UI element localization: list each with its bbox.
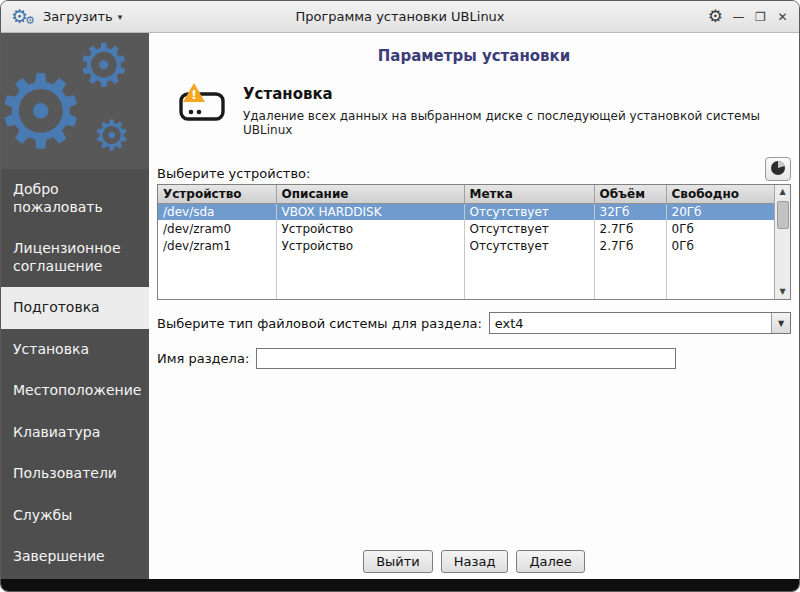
filesystem-label: Выберите тип файловой системы для раздел… — [157, 316, 482, 331]
close-button[interactable]: ✕ — [776, 11, 789, 23]
table-header-row: Устройство Описание Метка Объём Свободно — [158, 185, 778, 203]
titlebar: ⚙⚙ Загрузить ▾ Программа установки UBLin… — [1, 1, 799, 33]
disk-warning-icon: ! — [177, 81, 227, 131]
partition-name-input[interactable] — [256, 348, 676, 369]
main-content: Параметры установки ! Установка Удаление… — [149, 33, 799, 579]
cell-size: 2.7Гб — [594, 237, 666, 254]
cell-device: /dev/zram1 — [158, 237, 276, 254]
section-subtitle: Удаление всех данных на выбранном диске … — [243, 109, 791, 137]
table-row[interactable]: /dev/sda VBOX HARDDISK Отсутствует 32Гб … — [158, 203, 778, 220]
table-scrollbar[interactable]: ▲ ▼ — [774, 185, 790, 299]
cell-free: 0Гб — [666, 237, 778, 254]
cell-label: Отсутствует — [464, 220, 594, 237]
load-button[interactable]: Загрузить ▾ — [43, 9, 122, 24]
cell-description: VBOX HARDDISK — [276, 203, 464, 220]
sidebar-item-preparation[interactable]: Подготовка — [1, 287, 149, 329]
col-header-free[interactable]: Свободно — [666, 185, 778, 203]
cell-free: 20Гб — [666, 203, 778, 220]
filesystem-selected-value: ext4 — [490, 316, 771, 331]
cell-description: Устройство — [276, 237, 464, 254]
gear-icon: ⚙ — [93, 115, 131, 157]
sidebar-item-location[interactable]: Местоположение — [1, 370, 149, 412]
bottom-bar — [1, 579, 799, 591]
gear-icon: ⚙ — [77, 35, 131, 95]
gear-icon: ⚙ — [1, 61, 86, 163]
cell-label: Отсутствует — [464, 237, 594, 254]
sidebar-item-services[interactable]: Службы — [1, 495, 149, 537]
back-button[interactable]: Назад — [441, 550, 509, 573]
scroll-down-icon[interactable]: ▼ — [779, 285, 785, 299]
partition-name-label: Имя раздела: — [157, 351, 249, 366]
exit-button[interactable]: Выйти — [363, 550, 433, 573]
installer-window: ⚙⚙ Загрузить ▾ Программа установки UBLin… — [0, 0, 800, 592]
section-title: Установка — [243, 85, 791, 103]
table-empty-area — [158, 254, 778, 299]
sidebar-item-welcome[interactable]: Добро пожаловать — [1, 169, 149, 228]
cell-device: /dev/sda — [158, 203, 276, 220]
pie-chart-icon — [770, 160, 786, 179]
sidebar-gears-art: ⚙ ⚙ ⚙ — [1, 33, 149, 169]
col-header-device[interactable]: Устройство — [158, 185, 276, 203]
chevron-down-icon: ▾ — [118, 12, 123, 22]
sidebar-item-keyboard[interactable]: Клавиатура — [1, 412, 149, 454]
scrollbar-thumb[interactable] — [777, 201, 789, 229]
col-header-size[interactable]: Объём — [594, 185, 666, 203]
cell-description: Устройство — [276, 220, 464, 237]
load-button-label: Загрузить — [43, 9, 113, 24]
minimize-button[interactable]: — — [732, 11, 745, 23]
svg-text:!: ! — [191, 87, 197, 102]
page-title: Параметры установки — [157, 47, 791, 65]
col-header-label[interactable]: Метка — [464, 185, 594, 203]
sidebar: ⚙ ⚙ ⚙ Добро пожаловать Лицензионное согл… — [1, 33, 149, 579]
maximize-button[interactable]: ❐ — [754, 11, 767, 23]
next-button[interactable]: Далее — [516, 550, 584, 573]
device-select-label: Выберите устройство: — [157, 166, 310, 181]
cell-device: /dev/zram0 — [158, 220, 276, 237]
cell-label: Отсутствует — [464, 203, 594, 220]
table-row[interactable]: /dev/zram1 Устройство Отсутствует 2.7Гб … — [158, 237, 778, 254]
device-table: Устройство Описание Метка Объём Свободно… — [157, 184, 791, 300]
scroll-up-icon[interactable]: ▲ — [779, 185, 785, 199]
col-header-description[interactable]: Описание — [276, 185, 464, 203]
table-row[interactable]: /dev/zram0 Устройство Отсутствует 2.7Гб … — [158, 220, 778, 237]
combo-dropdown-icon: ▼ — [771, 313, 790, 333]
filesystem-select[interactable]: ext4 ▼ — [489, 312, 791, 334]
cell-size: 2.7Гб — [594, 220, 666, 237]
sidebar-item-install[interactable]: Установка — [1, 329, 149, 371]
app-gears-icon: ⚙⚙ — [11, 7, 37, 26]
installer-steps-nav: Добро пожаловать Лицензионное соглашение… — [1, 169, 149, 579]
settings-gear-icon[interactable]: ⚙ — [708, 8, 723, 25]
cell-size: 32Гб — [594, 203, 666, 220]
sidebar-item-finish[interactable]: Завершение — [1, 536, 149, 578]
cell-free: 0Гб — [666, 220, 778, 237]
sidebar-item-license[interactable]: Лицензионное соглашение — [1, 228, 149, 287]
disk-usage-pie-button[interactable] — [765, 157, 791, 181]
sidebar-item-users[interactable]: Пользователи — [1, 453, 149, 495]
